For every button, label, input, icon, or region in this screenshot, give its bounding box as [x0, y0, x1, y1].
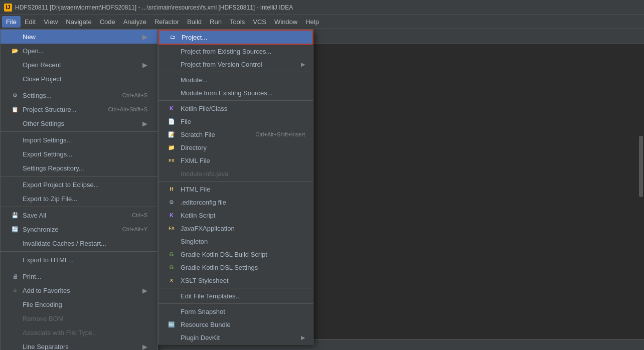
new-module[interactable]: Module...	[158, 73, 313, 86]
new-form-snapshot[interactable]: Form Snapshot	[158, 305, 313, 318]
menu-refactor[interactable]: Refactor	[150, 16, 183, 28]
menu-window[interactable]: Window	[270, 16, 301, 28]
new-kotlin-script[interactable]: K Kotlin Script	[158, 209, 313, 222]
menu-help[interactable]: Help	[301, 16, 323, 28]
file-menu-file-encoding[interactable]: File Encoding	[1, 297, 157, 311]
gradle-build-icon: G	[167, 250, 177, 258]
file-menu-synchronize[interactable]: 🔄 Synchronize Ctrl+Alt+Y	[1, 222, 157, 236]
separator	[1, 251, 157, 252]
new-resource-bundle[interactable]: 🔤 Resource Bundle	[158, 318, 313, 331]
file-menu-projstruct-label: Project Structure...	[23, 106, 77, 113]
form-icon	[167, 307, 177, 315]
new-fxml[interactable]: FX FXML File	[158, 154, 313, 167]
saveall-shortcut: Ctrl+S	[132, 212, 147, 218]
file-menu-project-structure[interactable]: 📋 Project Structure... Ctrl+Alt+Shift+S	[1, 102, 157, 116]
file-menu-settings[interactable]: ⚙ Settings... Ctrl+Alt+S	[1, 88, 157, 102]
file-menu-print[interactable]: 🖨 Print...	[1, 269, 157, 283]
file-menu-invalidate-label: Invalidate Caches / Restart...	[23, 240, 106, 247]
file-menu-favorites-label: Add to Favorites	[23, 287, 70, 294]
devkit-icon	[167, 333, 177, 341]
new-singleton[interactable]: Singleton	[158, 235, 313, 248]
javafx-icon: FX	[167, 224, 177, 232]
menu-edit[interactable]: Edit	[21, 16, 40, 28]
new-project[interactable]: 🗂 Project...	[158, 30, 313, 45]
new-module-existing[interactable]: Module from Existing Sources...	[158, 86, 313, 99]
file-menu-associate-label: Associate with File Type...	[23, 329, 98, 336]
vcs-icon	[167, 60, 177, 68]
file-menu-export-zip[interactable]: Export to Zip File...	[1, 192, 157, 206]
menu-view[interactable]: View	[40, 16, 62, 28]
file-menu-exporthtml-label: Export to HTML...	[23, 256, 74, 264]
file-menu-open-recent-label: Open Recent	[23, 61, 61, 69]
scrollbar-thumb[interactable]	[639, 136, 643, 197]
file-menu-dropdown: New ▶ 📂 Open... Open Recent ▶ Close Proj…	[0, 29, 158, 350]
menu-file[interactable]: File	[2, 16, 21, 28]
new-javafx[interactable]: FX JavaFXApplication	[158, 222, 313, 235]
file-menu-invalidate-caches[interactable]: Invalidate Caches / Restart...	[1, 236, 157, 250]
separator	[158, 303, 313, 304]
separator	[1, 268, 157, 268]
menu-build[interactable]: Build	[183, 16, 206, 28]
new-file[interactable]: 📄 File	[158, 115, 313, 128]
module-existing-icon	[167, 89, 177, 97]
file-menu-settings-label: Settings...	[23, 92, 52, 99]
editor-scrollbar[interactable]	[638, 44, 644, 350]
file-menu-new-label: New	[23, 33, 36, 41]
new-scratch-file[interactable]: 📝 Scratch File Ctrl+Alt+Shift+Insert	[158, 128, 313, 141]
new-project-label: Project...	[182, 34, 207, 41]
file-menu-export-html[interactable]: Export to HTML...	[1, 253, 157, 267]
separator	[1, 207, 157, 207]
new-project-existing-label: Project from Existing Sources...	[181, 48, 271, 55]
new-file-label: File	[181, 118, 191, 125]
file-menu-export-settings[interactable]: Export Settings...	[1, 147, 157, 161]
menu-run[interactable]: Run	[206, 16, 226, 28]
menu-vcs[interactable]: VCS	[249, 16, 270, 28]
new-edit-templates[interactable]: Edit File Templates...	[158, 289, 313, 302]
new-gradle-settings-label: Gradle Kotlin DSL Settings	[181, 264, 258, 271]
new-kotlin-file[interactable]: K Kotlin File/Class	[158, 102, 313, 115]
export-icon	[11, 149, 20, 158]
menu-tools[interactable]: Tools	[226, 16, 249, 28]
kotlin-icon: K	[167, 104, 177, 112]
file-menu-open-recent[interactable]: Open Recent ▶	[1, 58, 157, 72]
file-menu-new[interactable]: New ▶	[1, 30, 157, 44]
file-menu-open[interactable]: 📂 Open...	[1, 44, 157, 58]
new-editorconfig[interactable]: ⚙ .editorconfig file	[158, 196, 313, 209]
file-menu-associate: Associate with File Type...	[1, 325, 157, 339]
new-project-vcs[interactable]: Project from Version Control ▶	[158, 58, 313, 71]
file-menu-importsettings-label: Import Settings...	[23, 136, 72, 144]
file-menu-import-settings[interactable]: Import Settings...	[1, 133, 157, 147]
new-xslt[interactable]: X XSLT Stylesheet	[158, 274, 313, 287]
zip-icon	[11, 194, 20, 203]
file-menu-removebom-label: Remove BOM	[23, 315, 64, 322]
menu-navigate[interactable]: Navigate	[62, 16, 95, 28]
menu-code[interactable]: Code	[96, 16, 119, 28]
file-menu-encoding-label: File Encoding	[23, 301, 62, 308]
file-menu-export-eclipse[interactable]: Export Project to Eclipse...	[1, 178, 157, 192]
directory-icon: 📁	[167, 143, 177, 151]
encoding-icon	[11, 300, 20, 309]
new-gradle-build[interactable]: G Gradle Kotlin DSL Build Script	[158, 248, 313, 261]
file-menu-line-separators[interactable]: Line Separators ▶	[1, 339, 157, 350]
separator	[158, 288, 313, 288]
new-plugin-devkit[interactable]: Plugin DevKit ▶	[158, 331, 313, 344]
file-menu-close-label: Close Project	[23, 75, 61, 83]
new-project-existing[interactable]: Project from Existing Sources...	[158, 45, 313, 58]
new-gradle-settings[interactable]: G Gradle Kotlin DSL Settings	[158, 261, 313, 274]
new-directory[interactable]: 📁 Directory	[158, 141, 313, 154]
file-menu-open-label: Open...	[23, 47, 44, 55]
file-menu-other-settings[interactable]: Other Settings ▶	[1, 116, 157, 130]
editorconfig-icon: ⚙	[167, 198, 177, 206]
new-html-file[interactable]: H HTML File	[158, 183, 313, 196]
associate-icon	[11, 328, 20, 337]
resource-icon: 🔤	[167, 320, 177, 328]
proj-structure-icon: 📋	[11, 105, 20, 114]
menu-analyze[interactable]: Analyze	[119, 16, 150, 28]
new-submenu: 🗂 Project... Project from Existing Sourc…	[158, 29, 313, 344]
app-icon: IJ	[4, 4, 12, 12]
file-menu-save-all[interactable]: 💾 Save All Ctrl+S	[1, 208, 157, 222]
new-singleton-label: Singleton	[181, 238, 208, 245]
file-menu-close-project[interactable]: Close Project	[1, 72, 157, 86]
file-menu-add-favorites[interactable]: ☆ Add to Favorites ▶	[1, 283, 157, 297]
file-menu-settings-repo[interactable]: Settings Repository...	[1, 161, 157, 175]
